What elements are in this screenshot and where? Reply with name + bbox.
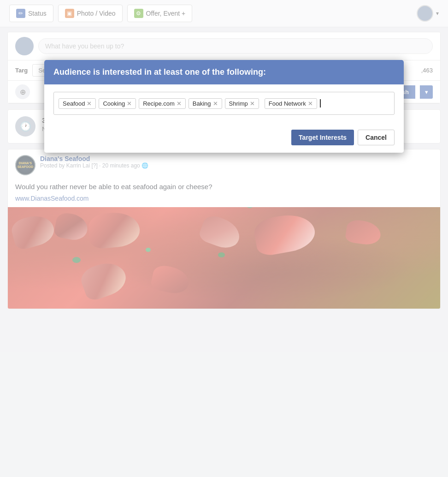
tag-label: Shrimp bbox=[229, 100, 248, 107]
tags-input-area[interactable]: Seafood ✕ Cooking ✕ Recipe.com ✕ Baking … bbox=[53, 92, 395, 115]
page-wrapper: ✏ Status ▣ Photo / Video ⚙ Offer, Event … bbox=[0, 0, 448, 477]
tag-label: Cooking bbox=[103, 100, 125, 107]
audience-interests-modal: Audience is interested in at least one o… bbox=[44, 60, 404, 153]
seafood-tag-remove[interactable]: ✕ bbox=[87, 101, 92, 107]
food-network-tag-remove[interactable]: ✕ bbox=[308, 101, 313, 107]
text-cursor bbox=[320, 99, 321, 107]
cooking-tag-remove[interactable]: ✕ bbox=[127, 101, 132, 107]
shrimp-tag: Shrimp ✕ bbox=[225, 98, 259, 109]
baking-tag: Baking ✕ bbox=[189, 98, 222, 109]
tag-label: Seafood bbox=[63, 100, 85, 107]
cancel-button[interactable]: Cancel bbox=[358, 130, 395, 145]
modal-title: Audience is interested in at least one o… bbox=[53, 67, 395, 77]
seafood-tag: Seafood ✕ bbox=[59, 98, 96, 109]
tag-label: Baking bbox=[193, 100, 211, 107]
food-network-tag: Food Network ✕ bbox=[265, 98, 317, 109]
recipe-tag-remove[interactable]: ✕ bbox=[177, 101, 182, 107]
baking-tag-remove[interactable]: ✕ bbox=[213, 101, 218, 107]
tag-label: Recipe.com bbox=[143, 100, 175, 107]
target-interests-button[interactable]: Target Interests bbox=[291, 130, 354, 145]
modal-header: Audience is interested in at least one o… bbox=[44, 60, 404, 84]
modal-overlay: Audience is interested in at least one o… bbox=[0, 0, 448, 477]
cooking-tag: Cooking ✕ bbox=[99, 98, 136, 109]
tag-label: Food Network bbox=[269, 100, 306, 107]
modal-footer: Target Interests Cancel bbox=[44, 122, 404, 153]
shrimp-tag-remove[interactable]: ✕ bbox=[250, 101, 255, 107]
modal-body: Seafood ✕ Cooking ✕ Recipe.com ✕ Baking … bbox=[44, 84, 404, 122]
recipe-tag: Recipe.com ✕ bbox=[139, 98, 186, 109]
